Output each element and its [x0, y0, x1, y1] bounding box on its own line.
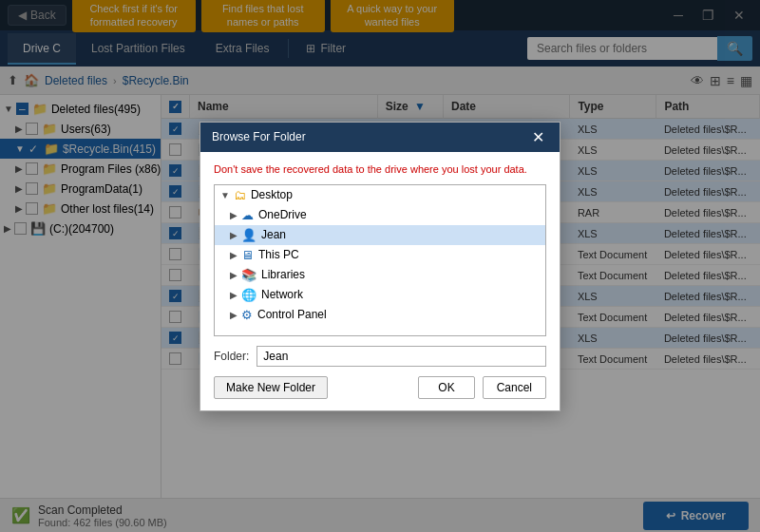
ftree-item-thispc[interactable]: ▶ 🖥 This PC — [215, 245, 545, 265]
modal-title: Browse For Folder — [212, 130, 306, 143]
ftree-label: Desktop — [251, 188, 293, 201]
ftree-expand-icon: ▶ — [230, 210, 238, 220]
modal-warning: Don't save the recovered data to the dri… — [214, 163, 546, 175]
browse-folder-modal: Browse For Folder ✕ Don't save the recov… — [200, 122, 560, 411]
ftree-library-icon: 📚 — [241, 268, 256, 282]
ftree-label: OneDrive — [258, 208, 307, 221]
ok-button[interactable]: OK — [418, 376, 474, 399]
ftree-item-network[interactable]: ▶ 🌐 Network — [215, 285, 545, 305]
modal-overlay: Browse For Folder ✕ Don't save the recov… — [0, 0, 760, 532]
folder-input[interactable] — [256, 346, 546, 367]
cancel-button[interactable]: Cancel — [483, 376, 546, 399]
folder-tree-box[interactable]: ▼ 🗂 Desktop ▶ ☁ OneDrive ▶ 👤 Jean — [214, 184, 546, 336]
ftree-control-icon: ⚙ — [241, 308, 253, 322]
ftree-item-libraries[interactable]: ▶ 📚 Libraries — [215, 265, 545, 285]
ftree-label: Control Panel — [257, 308, 327, 321]
ftree-label: This PC — [258, 248, 299, 261]
ftree-item-desktop[interactable]: ▼ 🗂 Desktop — [215, 185, 545, 205]
modal-title-bar: Browse For Folder ✕ — [200, 123, 560, 152]
modal-button-row: Make New Folder OK Cancel — [214, 376, 546, 399]
ftree-item-jean[interactable]: ▶ 👤 Jean — [215, 225, 545, 245]
ftree-network-icon: 🌐 — [241, 288, 256, 302]
ftree-label: Network — [261, 288, 303, 301]
ftree-expand-icon: ▼ — [220, 190, 230, 200]
folder-input-row: Folder: — [214, 346, 546, 367]
ftree-label: Jean — [261, 228, 286, 241]
ftree-label: Libraries — [261, 268, 305, 281]
ftree-expand-icon: ▶ — [230, 250, 238, 260]
ftree-item-controlpanel[interactable]: ▶ ⚙ Control Panel — [215, 305, 545, 325]
ftree-expand-icon: ▶ — [230, 270, 238, 280]
make-new-folder-button[interactable]: Make New Folder — [214, 376, 328, 399]
ftree-user-icon: 👤 — [241, 228, 256, 242]
ftree-expand-icon: ▶ — [230, 290, 238, 300]
ftree-folder-icon: 🗂 — [234, 188, 246, 202]
ftree-pc-icon: 🖥 — [241, 248, 254, 262]
ftree-expand-icon: ▶ — [230, 310, 238, 320]
modal-body: Don't save the recovered data to the dri… — [200, 152, 560, 410]
ftree-expand-icon: ▶ — [230, 230, 238, 240]
folder-label: Folder: — [214, 350, 249, 363]
ftree-item-onedrive[interactable]: ▶ ☁ OneDrive — [215, 205, 545, 225]
modal-close-button[interactable]: ✕ — [528, 128, 548, 146]
ftree-onedrive-icon: ☁ — [241, 208, 254, 222]
